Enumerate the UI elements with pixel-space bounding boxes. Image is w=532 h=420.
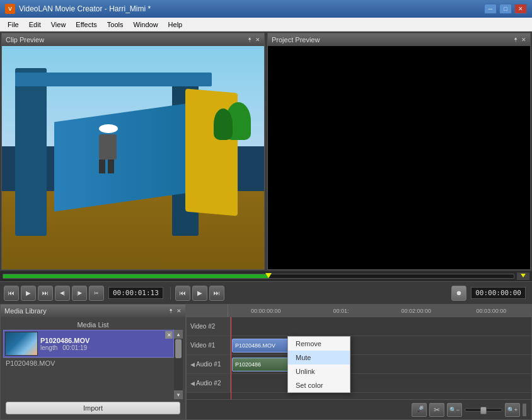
record-button[interactable]: ⏺	[451, 286, 466, 301]
track-content-audio-2[interactable]	[231, 374, 531, 392]
bottom-toolbar: 🎤 ✂ 🔍− 🔍+	[187, 399, 531, 419]
progress-marker	[265, 273, 272, 278]
menu-tools[interactable]: Tools	[102, 20, 129, 30]
track-label-video-2: Video #2	[187, 317, 231, 335]
project-time-display: 00:00:00:00	[471, 287, 526, 299]
app-icon: V	[5, 4, 15, 14]
context-menu-setcolor[interactable]: Set color	[288, 378, 350, 392]
ruler-mark-3: 00:03:00:00	[454, 308, 529, 314]
media-library: Media Library 🖈 ✕ Media List	[0, 304, 186, 420]
zoom-slider[interactable]	[465, 408, 502, 412]
import-button[interactable]: Import	[6, 402, 180, 414]
project-preview-pin[interactable]: 🖈	[513, 37, 519, 43]
ruler-mark-1: 00:01:	[303, 308, 378, 314]
playhead	[231, 317, 231, 399]
context-menu-remove[interactable]: Remove	[288, 337, 350, 351]
track-arrow-audio-1: ◀	[190, 361, 195, 368]
scissors-button[interactable]: ✂	[429, 403, 444, 417]
title-bar-controls: ─ □ ✕	[484, 4, 527, 14]
bottom-area: Media Library 🖈 ✕ Media List	[0, 304, 532, 420]
track-label-audio-2: ◀ Audio #2	[187, 374, 231, 392]
media-library-close[interactable]: ✕	[176, 308, 182, 314]
clip-time-display: 00:00:01:13	[108, 287, 163, 299]
resize-handle[interactable]	[523, 404, 526, 416]
progress-fill	[3, 274, 269, 278]
track-audio-2: ◀ Audio #2	[187, 374, 531, 393]
zoom-out-button[interactable]: 🔍−	[447, 403, 462, 417]
progress-track[interactable]	[3, 274, 514, 279]
track-video-1: Video #1 P1020486.MOV Remove Mute Unlink…	[187, 336, 531, 355]
preview-area: Clip Preview 🖈 ✕	[0, 32, 532, 271]
context-menu-mute[interactable]: Mute	[288, 351, 350, 365]
zoom-thumb	[480, 407, 487, 414]
context-menu-unlink[interactable]: Unlink	[288, 365, 350, 378]
menu-effects[interactable]: Effects	[71, 20, 101, 30]
minimize-button[interactable]: ─	[484, 4, 497, 14]
menu-bar: File Edit View Effects Tools Window Help	[0, 18, 532, 32]
frame-forward-button[interactable]: |▶	[72, 286, 87, 301]
play-button[interactable]: ▶	[21, 286, 36, 301]
track-label-audio-1: ◀ Audio #1	[187, 355, 231, 373]
close-button[interactable]: ✕	[514, 4, 527, 14]
timeline-ruler: 00:00:00:00 00:01: 00:02:00:00 00:03:00:…	[187, 305, 531, 317]
ruler-mark-2: 00:02:00:00	[379, 308, 454, 314]
skip-back-button[interactable]: ⏮	[4, 286, 19, 301]
menu-file[interactable]: File	[3, 20, 24, 30]
project-preview-header: Project Preview 🖈 ✕	[268, 33, 530, 46]
media-thumb-1	[5, 332, 38, 356]
media-info-1: P1020486.MOV length 00:01:19	[38, 335, 172, 353]
media-library-content: Media List P1020486.MOV length 00:01	[1, 317, 185, 419]
scroll-down-button[interactable]: ▼	[174, 390, 183, 399]
project-preview-close[interactable]: ✕	[521, 37, 526, 43]
proj-skip-forward-button[interactable]: ⏭	[209, 286, 224, 301]
ruler-mark-0: 00:00:00:00	[228, 308, 303, 314]
media-filename-1: P1020486.MOV	[40, 337, 170, 344]
clip-preview-header: Clip Preview 🖈 ✕	[2, 33, 264, 46]
timeline-tracks: Video #2 Video #1 P1020486.MOV	[187, 317, 531, 399]
skip-forward-button[interactable]: ⏭	[38, 286, 53, 301]
transport-area: ⏮ ▶ ⏭ ◀| |▶ ✂ 00:00:01:13 ⏮ ▶ ⏭ ⏺ 00:00:…	[0, 281, 532, 304]
track-content-video-2[interactable]	[231, 317, 531, 335]
track-label-video-1: Video #1	[187, 336, 231, 354]
progress-bar-area	[0, 271, 532, 281]
media-item-1[interactable]: P1020486.MOV length 00:01:19 ✕	[3, 330, 174, 358]
clip-preview-panel: Clip Preview 🖈 ✕	[1, 33, 265, 270]
proj-play-button[interactable]: ▶	[192, 286, 207, 301]
project-preview-panel: Project Preview 🖈 ✕	[267, 33, 531, 270]
media-remove-1[interactable]: ✕	[165, 331, 173, 339]
media-library-scrollbar[interactable]: ▲ ▼	[174, 330, 183, 399]
transport-separator	[170, 287, 171, 300]
media-library-title: Media Library	[4, 307, 47, 315]
track-audio-1: ◀ Audio #1 P1020486	[187, 355, 531, 374]
clip-preview-pin[interactable]: 🖈	[247, 37, 253, 43]
menu-edit[interactable]: Edit	[24, 20, 46, 30]
track-arrow-audio-2: ◀	[190, 380, 195, 387]
menu-window[interactable]: Window	[128, 20, 163, 30]
timeline-area: 00:00:00:00 00:01: 00:02:00:00 00:03:00:…	[186, 304, 532, 420]
title-bar: V VideoLAN Movie Creator - Harri_Mimi * …	[0, 0, 532, 18]
clip-preview-title: Clip Preview	[6, 36, 44, 44]
clip-preview-close[interactable]: ✕	[255, 37, 260, 43]
maximize-button[interactable]: □	[499, 4, 512, 14]
media-library-pin[interactable]: 🖈	[168, 308, 174, 314]
media-duration-1: length 00:01:19	[40, 344, 170, 351]
track-content-audio-1[interactable]: P1020486	[231, 355, 531, 373]
project-preview-video	[268, 46, 530, 269]
frame-back-button[interactable]: ◀|	[55, 286, 70, 301]
menu-help[interactable]: Help	[163, 20, 188, 30]
main-area: Clip Preview 🖈 ✕	[0, 32, 532, 420]
zoom-in-button[interactable]: 🔍+	[505, 403, 520, 417]
scroll-track[interactable]	[174, 339, 183, 390]
media-item-2[interactable]: P1020498.MOV	[3, 358, 174, 368]
window-title: VideoLAN Movie Creator - Harri_Mimi *	[19, 4, 484, 13]
proj-skip-back-button[interactable]: ⏮	[175, 286, 190, 301]
menu-view[interactable]: View	[46, 20, 71, 30]
media-list-label: Media List	[3, 320, 183, 330]
scroll-up-button[interactable]: ▲	[174, 330, 183, 339]
cut-button[interactable]: ✂	[89, 286, 104, 301]
ruler-marks: 00:00:00:00 00:01: 00:02:00:00 00:03:00:…	[228, 308, 529, 314]
context-menu: Remove Mute Unlink Set color	[287, 336, 350, 393]
clip-preview-video	[2, 46, 264, 269]
mic-button[interactable]: 🎤	[412, 403, 427, 417]
track-content-video-1[interactable]: P1020486.MOV Remove Mute Unlink Set colo…	[231, 336, 531, 354]
